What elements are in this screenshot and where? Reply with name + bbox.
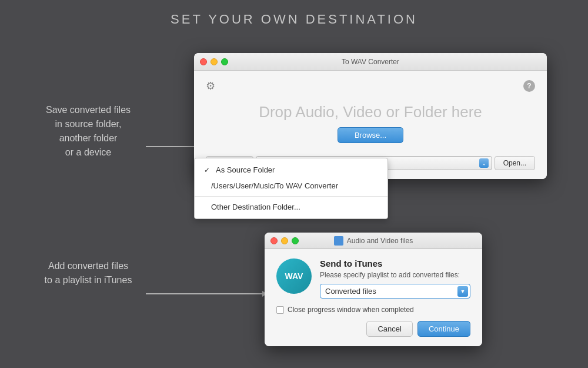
page-title: SET YOUR OWN DESTINATION xyxy=(0,0,588,27)
close-button[interactable] xyxy=(200,58,207,65)
traffic-lights xyxy=(200,58,228,65)
itunes-minimize-button[interactable] xyxy=(281,237,288,244)
itunes-traffic-lights xyxy=(270,237,299,244)
itunes-window: Audio and Video files WAV Send to iTunes… xyxy=(265,233,482,346)
checkbox-label: Close progress window when completed xyxy=(288,306,414,314)
arrow-bottom-icon xyxy=(146,293,263,294)
wav-logo: WAV xyxy=(276,258,312,294)
playlist-input[interactable] xyxy=(320,284,470,299)
annotation-top: Save converted files in source folder, a… xyxy=(29,103,147,160)
annotation-bottom-text: Add converted files to a playlist in iTu… xyxy=(45,261,132,285)
itunes-window-title: Audio and Video files xyxy=(347,237,413,245)
itunes-body: WAV Send to iTunes Please specify playli… xyxy=(265,249,482,346)
itunes-content: WAV Send to iTunes Please specify playli… xyxy=(276,258,470,299)
annotation-bottom: Add converted files to a playlist in iTu… xyxy=(29,259,147,287)
dropdown-item-other-label: Other Destination Folder... xyxy=(211,203,300,211)
dropdown-menu: As Source Folder /Users/User/Music/To WA… xyxy=(194,158,388,219)
drop-area[interactable]: Drop Audio, Video or Folder here Browse.… xyxy=(206,97,535,150)
browse-button[interactable]: Browse... xyxy=(338,127,403,143)
itunes-text-section: Send to iTunes Please specify playlist t… xyxy=(320,258,470,299)
itunes-title-icon xyxy=(334,236,343,246)
cancel-button[interactable]: Cancel xyxy=(366,321,412,337)
dropdown-item-source[interactable]: As Source Folder xyxy=(195,162,387,178)
itunes-titlebar: Audio and Video files xyxy=(265,233,482,249)
dropdown-item-path[interactable]: /Users/User/Music/To WAV Converter xyxy=(195,178,387,194)
converter-toolbar: ⚙ ? xyxy=(206,79,535,92)
close-progress-checkbox[interactable] xyxy=(276,306,284,314)
dropdown-item-source-label: As Source Folder xyxy=(216,165,275,174)
drop-text: Drop Audio, Video or Folder here xyxy=(206,103,535,121)
checkbox-row: Close progress window when completed xyxy=(276,306,470,314)
converter-titlebar: To WAV Converter xyxy=(194,53,547,71)
gear-icon[interactable]: ⚙ xyxy=(206,79,215,92)
help-button[interactable]: ? xyxy=(523,80,535,92)
itunes-maximize-button[interactable] xyxy=(292,237,299,244)
itunes-close-button[interactable] xyxy=(270,237,278,244)
itunes-subtext: Please specify playlist to add converted… xyxy=(320,271,470,279)
dropdown-item-other[interactable]: Other Destination Folder... xyxy=(195,199,387,215)
continue-button[interactable]: Continue xyxy=(417,321,470,337)
maximize-button[interactable] xyxy=(221,58,228,65)
itunes-buttons: Cancel Continue xyxy=(276,321,470,337)
annotation-top-text: Save converted files in source folder, a… xyxy=(46,105,131,157)
dropdown-item-path-label: /Users/User/Music/To WAV Converter xyxy=(211,181,338,190)
dropdown-separator xyxy=(195,196,387,197)
playlist-input-wrapper: ▼ xyxy=(320,284,470,299)
converter-window-title: To WAV Converter xyxy=(342,58,399,66)
itunes-heading: Send to iTunes xyxy=(320,258,470,268)
minimize-button[interactable] xyxy=(211,58,218,65)
open-button[interactable]: Open... xyxy=(495,156,535,170)
playlist-dropdown-icon[interactable]: ▼ xyxy=(457,286,468,297)
